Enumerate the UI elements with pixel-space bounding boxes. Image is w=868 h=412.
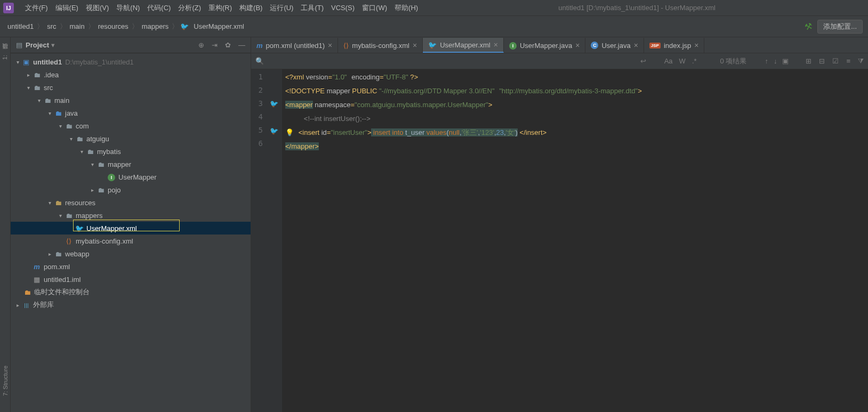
tree-mybatis[interactable]: ▾🖿mybatis <box>11 145 251 158</box>
iml-file-icon: ▦ <box>32 276 42 284</box>
tree-pom[interactable]: mpom.xml <box>11 260 251 273</box>
maven-file-icon: m <box>256 42 263 50</box>
intention-bulb-icon[interactable]: 💡 <box>285 128 294 136</box>
menu-window[interactable]: 窗口(W) <box>358 3 391 13</box>
xml-file-icon: ⟨⟩ <box>64 237 74 245</box>
tree-resources[interactable]: ▾🖿resources <box>11 196 251 209</box>
menu-help[interactable]: 帮助(H) <box>391 3 422 13</box>
tab-mybatis-config[interactable]: ⟨⟩mybatis-config.xml× <box>338 38 423 53</box>
menu-analyze[interactable]: 分析(Z) <box>174 3 205 13</box>
close-icon[interactable]: × <box>634 41 638 50</box>
tab-user-java[interactable]: CUser.java× <box>585 38 644 53</box>
mybatis-gutter-icon[interactable]: 🐦 <box>270 100 278 108</box>
settings-gear-icon[interactable]: ✿ <box>225 41 231 49</box>
find-history-icon[interactable]: ↩ <box>640 57 646 65</box>
tab-usermapper-xml[interactable]: 🐦UserMapper.xml× <box>423 38 504 53</box>
hide-icon[interactable]: — <box>238 41 245 49</box>
crumb-resources[interactable]: resources <box>96 22 131 30</box>
select-all-occurrences-icon[interactable]: ☑ <box>832 57 839 66</box>
resources-folder-icon: 🖿 <box>53 199 63 207</box>
crumb-src[interactable]: src <box>45 22 58 30</box>
collapse-all-icon[interactable]: ⇥ <box>212 41 218 49</box>
tree-mappers[interactable]: ▾🖿mappers <box>11 209 251 222</box>
tree-java[interactable]: ▾🖿java <box>11 107 251 119</box>
crumb-file[interactable]: UserMapper.xml <box>191 22 246 30</box>
prev-match-icon[interactable]: ↑ <box>765 57 768 65</box>
build-icon[interactable]: ⚒ <box>803 21 813 33</box>
find-results-label: 0 项结果 <box>720 56 747 66</box>
jsp-file-icon: JSP <box>649 43 661 49</box>
package-icon: 🖿 <box>96 186 106 194</box>
menu-navigate[interactable]: 导航(N) <box>112 3 143 13</box>
tree-iml[interactable]: ▦untitled1.iml <box>11 273 251 286</box>
gutter-icons: 🐦🐦 <box>266 69 282 412</box>
close-icon[interactable]: × <box>328 41 332 50</box>
tool-structure-tab[interactable]: 7: Structure <box>2 366 9 396</box>
left-tool-rail: 1: 项目 7: Structure <box>0 37 11 412</box>
code-editor[interactable]: 123456 🐦🐦 <?xml version="1.0" encoding="… <box>251 69 868 412</box>
close-icon[interactable]: × <box>694 41 698 50</box>
menu-edit[interactable]: 编辑(E) <box>52 3 82 13</box>
close-icon[interactable]: × <box>413 41 417 50</box>
menu-code[interactable]: 代码(C) <box>143 3 174 13</box>
add-configuration-button[interactable]: 添加配置... <box>817 20 863 34</box>
close-icon[interactable]: × <box>575 41 580 50</box>
menu-vcs[interactable]: VCS(S) <box>327 4 358 12</box>
tree-root[interactable]: ▾▣ untitled1 D:\mybatis_1\untitled1 <box>11 55 251 68</box>
package-icon: 🖿 <box>96 160 106 168</box>
filter-icon[interactable]: ⧩ <box>858 57 864 66</box>
menu-run[interactable]: 运行(U) <box>266 3 297 13</box>
tab-pom[interactable]: mpom.xml (untitled1)× <box>251 38 338 53</box>
menu-file[interactable]: 文件(F) <box>21 3 52 13</box>
menu-build[interactable]: 构建(B) <box>236 3 266 13</box>
sidebar-header: ▤ Project ▾ ⊕ ⇥ ✿ — <box>11 37 251 53</box>
tree-external-libs[interactable]: ▸⫼外部库 <box>11 298 251 311</box>
words-icon[interactable]: W <box>679 57 686 65</box>
mybatis-bird-icon: 🐦 <box>75 224 84 232</box>
tree-usermapper-interface[interactable]: IUserMapper <box>11 171 251 183</box>
tree-main[interactable]: ▾🖿main <box>11 94 251 107</box>
crumb-mappers[interactable]: mappers <box>140 22 171 30</box>
xml-file-icon: ⟨⟩ <box>343 42 349 50</box>
mybatis-gutter-icon[interactable]: 🐦 <box>270 127 278 135</box>
tab-usermapper-java[interactable]: IUserMapper.java× <box>504 38 585 53</box>
menu-view[interactable]: 视图(V) <box>82 3 112 13</box>
crumb-main[interactable]: main <box>68 22 87 30</box>
package-icon: 🖿 <box>64 122 74 130</box>
project-view-title[interactable]: Project <box>26 41 49 49</box>
regex-icon[interactable]: .* <box>692 57 697 65</box>
folder-icon: 🖿 <box>64 212 74 220</box>
remove-selection-icon[interactable]: ⊟ <box>819 57 825 66</box>
editor-tabs: mpom.xml (untitled1)× ⟨⟩mybatis-config.x… <box>251 37 868 53</box>
tree-com[interactable]: ▾🖿com <box>11 119 251 132</box>
select-all-icon[interactable]: ▣ <box>782 57 789 65</box>
interface-icon: I <box>509 41 517 50</box>
tree-webapp[interactable]: ▸🖿webapp <box>11 247 251 260</box>
menu-refactor[interactable]: 重构(R) <box>205 3 236 13</box>
add-selection-icon[interactable]: ⊞ <box>806 57 811 66</box>
menu-bar: IJ 文件(F) 编辑(E) 视图(V) 导航(N) 代码(C) 分析(Z) 重… <box>0 0 868 16</box>
tree-usermapper-xml[interactable]: 🐦UserMapper.xml <box>11 222 251 235</box>
tree-atguigu[interactable]: ▾🖿atguigu <box>11 132 251 145</box>
crumb-project[interactable]: untitled1 <box>5 22 36 30</box>
tool-project-tab[interactable]: 1: 项目 <box>1 53 9 60</box>
tree-mybatis-config[interactable]: ⟨⟩mybatis-config.xml <box>11 235 251 247</box>
search-icon[interactable]: 🔍 <box>255 57 264 65</box>
close-icon[interactable]: × <box>494 41 498 49</box>
tab-index-jsp[interactable]: JSPindex.jsp× <box>644 38 705 53</box>
tree-idea[interactable]: ▸🖿.idea <box>11 68 251 81</box>
tree-mapper[interactable]: ▾🖿mapper <box>11 158 251 171</box>
menu-tools[interactable]: 工具(T) <box>297 3 327 13</box>
tree-pojo[interactable]: ▸🖿pojo <box>11 183 251 196</box>
library-icon: ⫼ <box>21 301 31 309</box>
code-content[interactable]: <?xml version="1.0" encoding="UTF-8" ?> … <box>282 69 868 412</box>
tree-src[interactable]: ▾🖿src <box>11 81 251 94</box>
breadcrumbs: untitled1〉 src〉 main〉 resources〉 mappers… <box>0 22 246 31</box>
project-view-dropdown-icon[interactable]: ▾ <box>51 41 55 49</box>
tree-scratches[interactable]: 🖿临时文件和控制台 <box>11 286 251 298</box>
package-icon: 🖿 <box>85 148 95 156</box>
settings-icon[interactable]: ≡ <box>846 57 850 66</box>
match-case-icon[interactable]: Aa <box>664 57 673 65</box>
next-match-icon[interactable]: ↓ <box>774 57 777 65</box>
locate-icon[interactable]: ⊕ <box>198 41 204 49</box>
